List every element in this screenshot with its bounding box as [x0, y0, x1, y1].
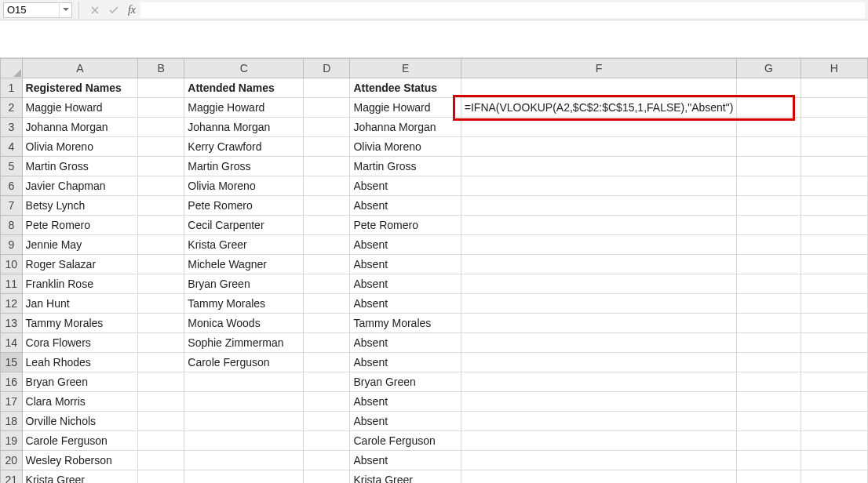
- cell-C3[interactable]: Johanna Morgan: [184, 118, 304, 137]
- col-header-G[interactable]: G: [737, 59, 801, 78]
- cell-F12[interactable]: [461, 294, 737, 314]
- cell-C8[interactable]: Cecil Carpenter: [184, 216, 304, 235]
- cell-G21[interactable]: [737, 470, 801, 484]
- cell-F5[interactable]: [461, 157, 737, 176]
- cell-C2[interactable]: Maggie Howard: [184, 98, 304, 118]
- cell-E9[interactable]: Absent: [350, 235, 461, 255]
- cell-G19[interactable]: [737, 431, 801, 451]
- cell-E15[interactable]: Absent: [350, 353, 461, 372]
- cell-B4[interactable]: [138, 137, 184, 157]
- cell-E20[interactable]: Absent: [350, 451, 461, 470]
- cell-H5[interactable]: [801, 157, 867, 176]
- formula-input[interactable]: [140, 2, 865, 18]
- cell-A17[interactable]: Clara Morris: [22, 392, 138, 412]
- row-header[interactable]: 6: [1, 176, 23, 196]
- cell-H6[interactable]: [801, 176, 867, 196]
- cell-A10[interactable]: Roger Salazar: [22, 255, 138, 274]
- cell-D3[interactable]: [304, 118, 350, 137]
- enter-icon[interactable]: [106, 2, 122, 18]
- cell-C21[interactable]: [184, 470, 304, 484]
- cell-G6[interactable]: [737, 176, 801, 196]
- cell-A5[interactable]: Martin Gross: [22, 157, 138, 176]
- cell-E5[interactable]: Martin Gross: [350, 157, 461, 176]
- cell-G11[interactable]: [737, 274, 801, 294]
- cell-H16[interactable]: [801, 372, 867, 392]
- cell-A7[interactable]: Betsy Lynch: [22, 196, 138, 216]
- cell-A6[interactable]: Javier Chapman: [22, 176, 138, 196]
- cell-F4[interactable]: [461, 137, 737, 157]
- cell-B7[interactable]: [138, 196, 184, 216]
- cell-C7[interactable]: Pete Romero: [184, 196, 304, 216]
- cell-A3[interactable]: Johanna Morgan: [22, 118, 138, 137]
- cell-F6[interactable]: [461, 176, 737, 196]
- select-all-corner[interactable]: [1, 59, 23, 78]
- cell-B16[interactable]: [138, 372, 184, 392]
- cell-C17[interactable]: [184, 392, 304, 412]
- row-header[interactable]: 21: [1, 470, 23, 484]
- row-header[interactable]: 8: [1, 216, 23, 235]
- cell-D16[interactable]: [304, 372, 350, 392]
- cell-F17[interactable]: [461, 392, 737, 412]
- cell-E7[interactable]: Absent: [350, 196, 461, 216]
- cell-D20[interactable]: [304, 451, 350, 470]
- cell-C9[interactable]: Krista Greer: [184, 235, 304, 255]
- cell-F13[interactable]: [461, 314, 737, 333]
- cell-D11[interactable]: [304, 274, 350, 294]
- cell-C15[interactable]: Carole Ferguson: [184, 353, 304, 372]
- col-header-H[interactable]: H: [801, 59, 867, 78]
- cell-G9[interactable]: [737, 235, 801, 255]
- cell-D21[interactable]: [304, 470, 350, 484]
- cell-G14[interactable]: [737, 333, 801, 353]
- row-header[interactable]: 7: [1, 196, 23, 216]
- cell-B1[interactable]: [138, 78, 184, 98]
- cell-H15[interactable]: [801, 353, 867, 372]
- cell-A21[interactable]: Krista Greer: [22, 470, 138, 484]
- cell-H9[interactable]: [801, 235, 867, 255]
- name-box-dropdown[interactable]: [59, 3, 71, 17]
- cell-E19[interactable]: Carole Ferguson: [350, 431, 461, 451]
- cell-F10[interactable]: [461, 255, 737, 274]
- cell-G15[interactable]: [737, 353, 801, 372]
- cell-F19[interactable]: [461, 431, 737, 451]
- cell-C19[interactable]: [184, 431, 304, 451]
- col-header-A[interactable]: A: [22, 59, 138, 78]
- cell-H14[interactable]: [801, 333, 867, 353]
- col-header-D[interactable]: D: [304, 59, 350, 78]
- cell-A16[interactable]: Bryan Green: [22, 372, 138, 392]
- cell-F15[interactable]: [461, 353, 737, 372]
- cell-H21[interactable]: [801, 470, 867, 484]
- cell-G12[interactable]: [737, 294, 801, 314]
- cell-F11[interactable]: [461, 274, 737, 294]
- cell-A12[interactable]: Jan Hunt: [22, 294, 138, 314]
- row-header[interactable]: 5: [1, 157, 23, 176]
- cell-D14[interactable]: [304, 333, 350, 353]
- cell-A2[interactable]: Maggie Howard: [22, 98, 138, 118]
- row-header[interactable]: 16: [1, 372, 23, 392]
- cell-E10[interactable]: Absent: [350, 255, 461, 274]
- cell-F18[interactable]: [461, 412, 737, 431]
- row-header[interactable]: 17: [1, 392, 23, 412]
- cell-E4[interactable]: Olivia Moreno: [350, 137, 461, 157]
- row-header[interactable]: 20: [1, 451, 23, 470]
- cell-G3[interactable]: [737, 118, 801, 137]
- cell-H1[interactable]: [801, 78, 867, 98]
- row-header[interactable]: 11: [1, 274, 23, 294]
- cell-C5[interactable]: Martin Gross: [184, 157, 304, 176]
- col-header-E[interactable]: E: [350, 59, 461, 78]
- cell-D9[interactable]: [304, 235, 350, 255]
- cell-E6[interactable]: Absent: [350, 176, 461, 196]
- row-header[interactable]: 10: [1, 255, 23, 274]
- cell-C1[interactable]: Attended Names: [184, 78, 304, 98]
- cell-G10[interactable]: [737, 255, 801, 274]
- cell-B13[interactable]: [138, 314, 184, 333]
- cell-H17[interactable]: [801, 392, 867, 412]
- cell-H13[interactable]: [801, 314, 867, 333]
- cell-G18[interactable]: [737, 412, 801, 431]
- cell-B12[interactable]: [138, 294, 184, 314]
- cell-H19[interactable]: [801, 431, 867, 451]
- cell-G5[interactable]: [737, 157, 801, 176]
- cell-E12[interactable]: Absent: [350, 294, 461, 314]
- cell-G7[interactable]: [737, 196, 801, 216]
- cell-A20[interactable]: Wesley Roberson: [22, 451, 138, 470]
- cell-B5[interactable]: [138, 157, 184, 176]
